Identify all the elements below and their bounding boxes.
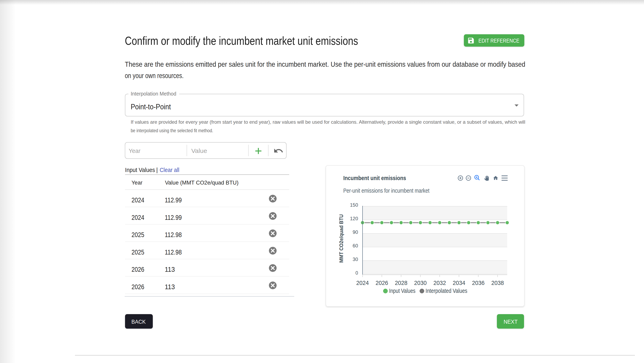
svg-text:112.99: 112.99 (165, 196, 182, 204)
svg-text:2024: 2024 (132, 214, 144, 221)
svg-text:Per-unit emissions for incumbe: Per-unit emissions for incumbent market (343, 187, 430, 194)
svg-text:NEXT: NEXT (504, 318, 518, 325)
svg-text:2026: 2026 (132, 265, 144, 273)
svg-text:150: 150 (350, 202, 358, 208)
svg-text:2030: 2030 (414, 279, 427, 286)
svg-text:2026: 2026 (132, 283, 144, 291)
svg-text:2026: 2026 (376, 279, 388, 286)
svg-text:Confirm or modify the incumben: Confirm or modify the incumbent market u… (125, 34, 358, 47)
svg-text:2032: 2032 (434, 279, 446, 286)
svg-text:2024: 2024 (356, 279, 369, 286)
svg-text:These are the emissions emitte: These are the emissions emitted per sale… (125, 60, 525, 68)
svg-text:113: 113 (165, 265, 175, 273)
svg-text:60: 60 (352, 243, 358, 248)
svg-text:2024: 2024 (132, 196, 144, 204)
svg-text:2025: 2025 (132, 248, 144, 256)
svg-text:Interpolated Values: Interpolated Values (426, 287, 467, 294)
svg-text:Input Values: Input Values (389, 287, 416, 294)
svg-text:120: 120 (350, 216, 358, 221)
svg-text:MMT CO2e/quad BTU: MMT CO2e/quad BTU (338, 214, 344, 263)
svg-text:30: 30 (352, 257, 358, 262)
svg-text:2034: 2034 (453, 279, 465, 286)
svg-text:113: 113 (165, 283, 175, 291)
svg-text:Value (MMT CO2e/quad BTU): Value (MMT CO2e/quad BTU) (165, 179, 238, 186)
svg-text:Year: Year (132, 179, 142, 186)
svg-text:If values are provided for eve: If values are provided for every year (f… (131, 119, 525, 125)
svg-text:2038: 2038 (491, 279, 504, 286)
svg-text:2036: 2036 (472, 279, 484, 286)
svg-text:Clear all: Clear all (160, 167, 179, 173)
svg-text:2028: 2028 (395, 279, 407, 286)
svg-text:Interpolation Method: Interpolation Method (131, 91, 176, 97)
svg-text:112.98: 112.98 (165, 248, 182, 256)
svg-text:0: 0 (356, 270, 358, 276)
svg-text:EDIT REFERENCE: EDIT REFERENCE (478, 38, 519, 44)
svg-text:Year: Year (129, 147, 140, 154)
svg-text:90: 90 (352, 230, 358, 235)
svg-text:Point-to-Point: Point-to-Point (131, 103, 171, 111)
svg-text:2025: 2025 (132, 231, 144, 238)
svg-text:Value: Value (191, 147, 207, 154)
svg-text:on your own resources.: on your own resources. (125, 72, 184, 80)
svg-text:be interpolated using the sele: be interpolated using the selected fit m… (131, 128, 213, 133)
svg-text:|: | (156, 167, 158, 173)
svg-text:Incumbent unit emissions: Incumbent unit emissions (343, 175, 406, 181)
svg-text:BACK: BACK (132, 318, 146, 325)
svg-text:Input Values: Input Values (125, 167, 155, 173)
svg-text:112.99: 112.99 (165, 214, 182, 221)
svg-text:112.98: 112.98 (165, 231, 182, 238)
